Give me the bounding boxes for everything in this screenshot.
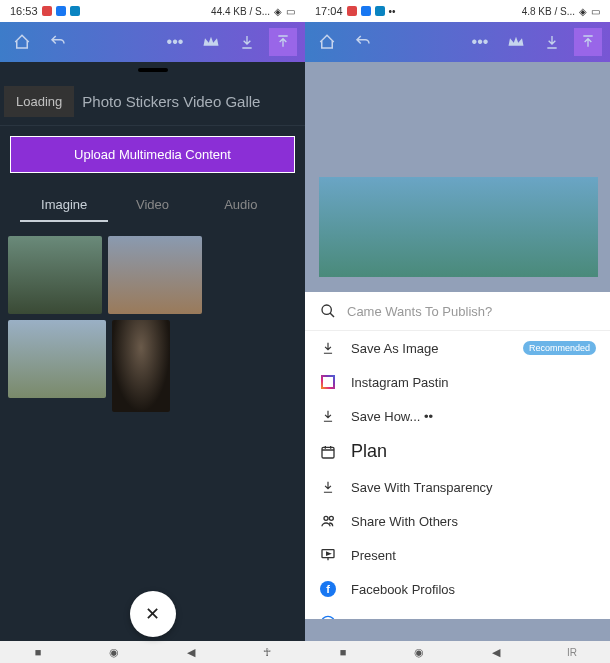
sheet-item-instagram[interactable]: Instagram Pastin bbox=[305, 365, 610, 399]
home-icon[interactable] bbox=[8, 28, 36, 56]
left-phone: 16:53 44.4 KB / S... ◈ ▭ ••• Loading bbox=[0, 0, 305, 663]
nav-bar-right: ■ ◉ ◀ IR bbox=[305, 641, 610, 663]
download-icon[interactable] bbox=[233, 28, 261, 56]
nav-back-icon[interactable]: ◀ bbox=[476, 646, 516, 659]
instagram-icon bbox=[319, 373, 337, 391]
more-icon[interactable]: ••• bbox=[466, 28, 494, 56]
app-icon bbox=[70, 6, 80, 16]
sheet-label: Share With Others bbox=[351, 514, 596, 529]
status-time: 17:04 bbox=[315, 5, 343, 17]
sheet-handle[interactable] bbox=[138, 68, 168, 72]
upload-button[interactable]: Upload Multimedia Content bbox=[10, 136, 295, 173]
status-bar-left: 16:53 44.4 KB / S... ◈ ▭ bbox=[0, 0, 305, 22]
crown-icon[interactable] bbox=[502, 28, 530, 56]
people-icon bbox=[319, 512, 337, 530]
facebook-icon bbox=[56, 6, 66, 16]
tab-video[interactable]: Video bbox=[108, 189, 196, 222]
more-icon[interactable]: ••• bbox=[161, 28, 189, 56]
facebook-icon: f bbox=[319, 580, 337, 598]
download-icon bbox=[319, 339, 337, 357]
media-tabs: Imagine Video Audio bbox=[0, 183, 305, 228]
crown-icon[interactable] bbox=[197, 28, 225, 56]
sheet-label: Instagram Pastin bbox=[351, 375, 596, 390]
status-time: 16:53 bbox=[10, 5, 38, 17]
app-icon bbox=[375, 6, 385, 16]
sheet-label: Save As Image bbox=[351, 341, 509, 356]
category-tabs: Loading Photo Stickers Video Galle bbox=[0, 78, 305, 126]
thumbnail-grid bbox=[0, 228, 305, 420]
svg-point-5 bbox=[321, 616, 334, 619]
nav-bar-left: ■ ◉ ◀ ☥ bbox=[0, 641, 305, 663]
svg-point-3 bbox=[329, 516, 333, 520]
download-icon[interactable] bbox=[538, 28, 566, 56]
loading-badge: Loading bbox=[4, 86, 74, 117]
battery-icon: ▭ bbox=[286, 6, 295, 17]
recommended-badge: Recommended bbox=[523, 341, 596, 355]
thumbnail[interactable] bbox=[8, 320, 106, 398]
thumbnail[interactable] bbox=[8, 236, 102, 314]
gmail-icon bbox=[347, 6, 357, 16]
sheet-item-share-others[interactable]: Share With Others bbox=[305, 504, 610, 538]
nav-back-icon[interactable]: ◀ bbox=[171, 646, 211, 659]
svg-point-2 bbox=[324, 516, 328, 520]
gmail-icon bbox=[42, 6, 52, 16]
sheet-label: Save With Transparency bbox=[351, 480, 596, 495]
share-icon[interactable] bbox=[269, 28, 297, 56]
undo-icon[interactable] bbox=[349, 28, 377, 56]
right-phone: 17:04 •• 4.8 KB / S... ◈ ▭ ••• bbox=[305, 0, 610, 663]
sheet-label: Plan bbox=[351, 441, 596, 462]
left-content: Loading Photo Stickers Video Galle Uploa… bbox=[0, 62, 305, 641]
canvas-preview bbox=[319, 177, 598, 277]
nav-ir-label[interactable]: IR bbox=[552, 647, 592, 658]
search-row[interactable]: Came Wants To Publish? bbox=[305, 292, 610, 331]
sheet-item-save-how[interactable]: Save How... •• bbox=[305, 399, 610, 433]
nav-home-icon[interactable]: ◉ bbox=[94, 646, 134, 659]
nav-recent-icon[interactable]: ■ bbox=[323, 646, 363, 658]
facebook-outline-icon bbox=[319, 614, 337, 619]
sheet-label: Facebook Profilos bbox=[351, 582, 596, 597]
sheet-item-present[interactable]: Present bbox=[305, 538, 610, 572]
toolbar-right: ••• bbox=[305, 22, 610, 62]
undo-icon[interactable] bbox=[44, 28, 72, 56]
svg-rect-1 bbox=[322, 447, 334, 458]
right-content: Came Wants To Publish? Save As Image Rec… bbox=[305, 62, 610, 641]
sheet-label: Save How... •• bbox=[351, 409, 596, 424]
tab-audio[interactable]: Audio bbox=[197, 189, 285, 222]
wifi-icon: ◈ bbox=[274, 6, 282, 17]
net-speed: 4.8 KB / S... bbox=[522, 6, 575, 17]
wifi-icon: ◈ bbox=[579, 6, 587, 17]
status-bar-right: 17:04 •• 4.8 KB / S... ◈ ▭ bbox=[305, 0, 610, 22]
search-icon bbox=[319, 302, 337, 320]
facebook-icon bbox=[361, 6, 371, 16]
share-icon[interactable] bbox=[574, 28, 602, 56]
nav-recent-icon[interactable]: ■ bbox=[18, 646, 58, 658]
sheet-item-plan[interactable]: Plan bbox=[305, 433, 610, 470]
share-sheet: Came Wants To Publish? Save As Image Rec… bbox=[305, 292, 610, 619]
sheet-label: Facebook Historys bbox=[351, 616, 596, 620]
sheet-item-save-transparency[interactable]: Save With Transparency bbox=[305, 470, 610, 504]
thumbnail[interactable] bbox=[108, 236, 202, 314]
net-speed: 44.4 KB / S... bbox=[211, 6, 270, 17]
thumbnail[interactable] bbox=[112, 320, 170, 412]
sheet-label: Present bbox=[351, 548, 596, 563]
svg-point-0 bbox=[322, 305, 331, 314]
toolbar-left: ••• bbox=[0, 22, 305, 62]
download-icon bbox=[319, 407, 337, 425]
nav-accessibility-icon[interactable]: ☥ bbox=[247, 646, 287, 659]
home-icon[interactable] bbox=[313, 28, 341, 56]
tab-strip-text[interactable]: Photo Stickers Video Galle bbox=[74, 93, 268, 110]
download-icon bbox=[319, 478, 337, 496]
close-button[interactable]: ✕ bbox=[130, 591, 176, 637]
more-dots-icon: •• bbox=[389, 6, 396, 17]
tab-image[interactable]: Imagine bbox=[20, 189, 108, 222]
nav-home-icon[interactable]: ◉ bbox=[399, 646, 439, 659]
battery-icon: ▭ bbox=[591, 6, 600, 17]
calendar-icon bbox=[319, 443, 337, 461]
present-icon bbox=[319, 546, 337, 564]
sheet-item-fb-history[interactable]: Facebook Historys bbox=[305, 606, 610, 619]
sheet-item-save-image[interactable]: Save As Image Recommended bbox=[305, 331, 610, 365]
search-placeholder: Came Wants To Publish? bbox=[347, 304, 492, 319]
sheet-item-fb-profile[interactable]: f Facebook Profilos bbox=[305, 572, 610, 606]
